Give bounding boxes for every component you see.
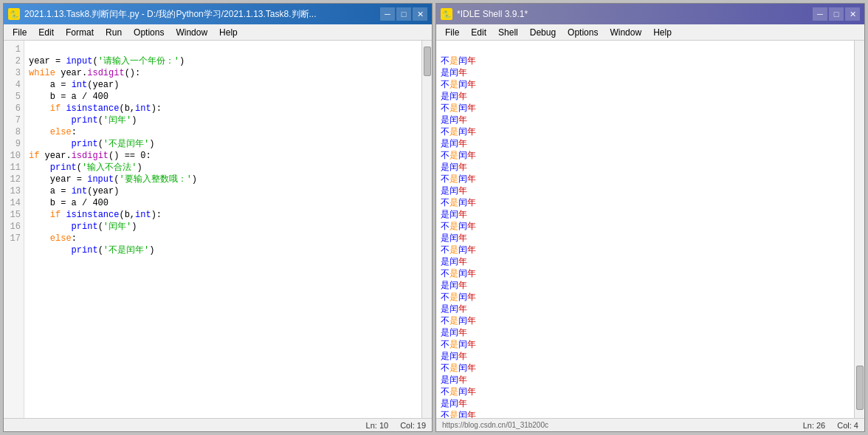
- editor-menubar: File Edit Format Run Options Window Help: [4, 24, 432, 41]
- shell-menu-shell[interactable]: Shell: [492, 26, 524, 39]
- shell-close-button[interactable]: ✕: [845, 7, 860, 21]
- shell-menu-debug[interactable]: Debug: [524, 26, 562, 39]
- scrollbar-thumb[interactable]: [424, 47, 431, 76]
- menu-file[interactable]: File: [7, 26, 32, 39]
- menu-edit[interactable]: Edit: [32, 26, 60, 39]
- shell-icon: 🐍: [441, 8, 452, 20]
- editor-titlebar-left: 🐍 2021.1.13.Task8.判断闰年.py - D:/我的Python学…: [8, 8, 317, 21]
- editor-scrollbar[interactable]: [421, 41, 432, 418]
- shell-menu-options[interactable]: Options: [562, 26, 604, 39]
- shell-menubar: File Edit Shell Debug Options Window Hel…: [436, 24, 864, 41]
- editor-status-ln: Ln: 10: [366, 421, 389, 430]
- shell-title: *IDLE Shell 3.9.1*: [457, 9, 528, 19]
- shell-titlebar-left: 🐍 *IDLE Shell 3.9.1*: [441, 8, 528, 20]
- shell-scrollbar[interactable]: [854, 41, 864, 418]
- minimize-button[interactable]: ─: [380, 7, 395, 21]
- shell-titlebar: 🐍 *IDLE Shell 3.9.1* ─ □ ✕: [436, 4, 864, 24]
- menu-options[interactable]: Options: [128, 26, 170, 39]
- editor-titlebar: 🐍 2021.1.13.Task8.判断闰年.py - D:/我的Python学…: [4, 4, 432, 24]
- shell-menu-edit[interactable]: Edit: [465, 26, 492, 39]
- shell-content: 不是闰年 是闰年 不是闰年 是闰年 不是闰年 是闰年 不是闰年 是闰年 不是闰年…: [436, 41, 864, 418]
- editor-title: 2021.1.13.Task8.判断闰年.py - D:/我的Python学习/…: [24, 8, 317, 21]
- shell-window-controls: ─ □ ✕: [813, 7, 860, 21]
- menu-window[interactable]: Window: [170, 26, 213, 39]
- shell-menu-file[interactable]: File: [439, 26, 465, 39]
- menu-format[interactable]: Format: [60, 26, 100, 39]
- editor-window: 🐍 2021.1.13.Task8.判断闰年.py - D:/我的Python学…: [3, 3, 433, 432]
- shell-status-col: Col: 4: [837, 421, 858, 430]
- shell-scrollbar-thumb[interactable]: [856, 366, 864, 410]
- editor-statusbar: Ln: 10 Col: 19: [4, 418, 432, 431]
- editor-status-col: Col: 19: [400, 421, 426, 430]
- editor-icon: 🐍: [8, 8, 20, 20]
- shell-minimize-button[interactable]: ─: [813, 7, 827, 21]
- shell-status-ln: Ln: 26: [803, 421, 826, 430]
- maximize-button[interactable]: □: [396, 7, 411, 21]
- shell-statusbar: https://blog.csdn.cn/01_31b200c Ln: 26 C…: [436, 418, 864, 431]
- code-editor[interactable]: year = input('请输入一个年份：') while year.isdi…: [24, 41, 421, 418]
- menu-help[interactable]: Help: [213, 26, 244, 39]
- shell-output[interactable]: 不是闰年 是闰年 不是闰年 是闰年 不是闰年 是闰年 不是闰年 是闰年 不是闰年…: [436, 41, 854, 418]
- editor-window-controls: ─ □ ✕: [380, 7, 427, 21]
- line-numbers: 12345 678910 1112131415 1617: [4, 41, 24, 418]
- shell-window: 🐍 *IDLE Shell 3.9.1* ─ □ ✕ File Edit She…: [435, 3, 865, 432]
- close-button[interactable]: ✕: [413, 7, 427, 21]
- editor-area[interactable]: 12345 678910 1112131415 1617 year = inpu…: [4, 41, 432, 418]
- shell-menu-window[interactable]: Window: [604, 26, 647, 39]
- menu-run[interactable]: Run: [100, 26, 128, 39]
- shell-maximize-button[interactable]: □: [829, 7, 844, 21]
- shell-status-url: https://blog.csdn.cn/01_31b200c: [442, 421, 548, 429]
- shell-menu-help[interactable]: Help: [647, 26, 678, 39]
